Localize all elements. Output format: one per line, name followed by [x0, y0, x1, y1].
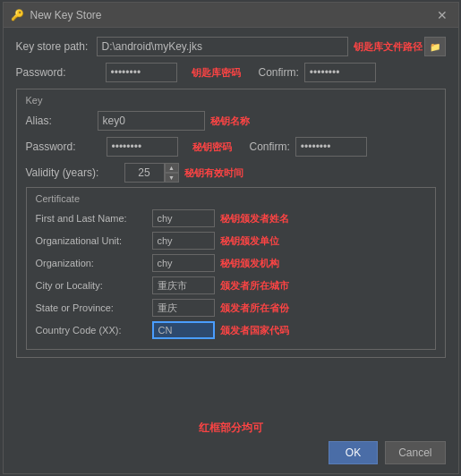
spinner-down[interactable]: ▼ [165, 173, 179, 183]
certificate-title: Certificate [36, 193, 426, 204]
cert-row-4: State or Province: 颁发者所在省份 [36, 299, 426, 317]
keystore-path-annotation: 钥匙库文件路径 [354, 40, 423, 54]
title-bar: 🔑 New Key Store ✕ [4, 3, 458, 28]
top-confirm-group: Confirm: [259, 63, 376, 82]
cert-row-0: First and Last Name: 秘钥颁发者姓名 [36, 209, 426, 227]
cert-label-5: Country Code (XX): [36, 325, 152, 336]
footer-annotation: 红框部分均可 [199, 421, 263, 436]
top-confirm-input[interactable] [304, 63, 376, 82]
keystore-path-row: Key store path: 钥匙库文件路径 📁 [16, 37, 446, 56]
certificate-section: Certificate First and Last Name: 秘钥颁发者姓名… [26, 187, 436, 350]
cert-input-country[interactable] [152, 321, 215, 339]
cert-row-2: Organization: 秘钥颁发机构 [36, 254, 426, 272]
dialog-title: New Key Store [30, 9, 433, 21]
close-button[interactable]: ✕ [433, 8, 451, 22]
cert-input-firstname[interactable] [152, 209, 215, 227]
key-icon: 🔑 [11, 8, 25, 22]
dialog-body: Key store path: 钥匙库文件路径 📁 Password: 钥匙库密… [4, 28, 458, 417]
cert-input-orgunit[interactable] [152, 232, 215, 250]
ok-button[interactable]: OK [329, 441, 378, 464]
cancel-button[interactable]: Cancel [385, 441, 445, 464]
key-section-title: Key [26, 95, 436, 106]
top-confirm-label: Confirm: [259, 66, 299, 79]
key-password-row: Password: 秘钥密码 Confirm: [26, 137, 436, 157]
new-key-store-dialog: 🔑 New Key Store ✕ Key store path: 钥匙库文件路… [3, 2, 459, 474]
cert-label-3: City or Locality: [36, 280, 152, 291]
cert-annotation-4: 颁发者所在省份 [220, 302, 289, 315]
alias-row: Alias: 秘钥名称 [26, 111, 436, 131]
cert-input-state[interactable] [152, 299, 215, 317]
cert-row-1: Organizational Unit: 秘钥颁发单位 [36, 232, 426, 250]
key-section: Key Alias: 秘钥名称 Password: 秘钥密码 Confirm: … [16, 89, 446, 358]
cert-row-3: City or Locality: 颁发者所在城市 [36, 276, 426, 294]
keystore-path-input[interactable] [97, 37, 348, 56]
cert-annotation-5: 颁发者国家代码 [220, 324, 289, 337]
cert-label-2: Organization: [36, 258, 152, 268]
top-password-row: Password: 钥匙库密码 Confirm: [16, 63, 446, 82]
cert-label-1: Organizational Unit: [36, 235, 152, 246]
cert-annotation-0: 秘钥颁发者姓名 [220, 212, 289, 225]
alias-input[interactable] [98, 111, 205, 131]
spinner-up[interactable]: ▲ [165, 163, 179, 173]
key-password-input[interactable] [107, 137, 178, 157]
top-password-input[interactable] [106, 63, 177, 82]
validity-row: Validity (years): ▲ ▼ 秘钥有效时间 [26, 163, 436, 183]
cert-annotation-3: 颁发者所在城市 [220, 279, 289, 293]
footer-buttons: OK Cancel [16, 441, 446, 464]
cert-row-5: Country Code (XX): 颁发者国家代码 [36, 321, 426, 339]
cert-label-0: First and Last Name: [36, 213, 152, 224]
cert-annotation-1: 秘钥颁发单位 [220, 234, 279, 248]
key-password-label: Password: [26, 140, 98, 153]
validity-input[interactable] [124, 163, 165, 183]
cert-label-4: State or Province: [36, 302, 152, 313]
key-confirm-label: Confirm: [250, 140, 290, 153]
key-confirm-input[interactable] [295, 137, 367, 157]
validity-spinner: ▲ ▼ [124, 163, 179, 183]
alias-annotation: 秘钥名称 [210, 115, 250, 128]
cert-input-city[interactable] [152, 276, 215, 294]
key-password-annotation: 秘钥密码 [192, 140, 232, 154]
cert-input-org[interactable] [152, 254, 215, 272]
validity-annotation: 秘钥有效时间 [184, 166, 243, 180]
top-password-label: Password: [16, 66, 97, 79]
alias-label: Alias: [26, 115, 98, 127]
spinner-arrows: ▲ ▼ [165, 163, 179, 183]
validity-label: Validity (years): [26, 166, 124, 179]
browse-button[interactable]: 📁 [424, 37, 446, 56]
top-password-annotation: 钥匙库密码 [192, 66, 241, 80]
dialog-footer: 红框部分均可 OK Cancel [4, 417, 458, 473]
key-confirm-group: Confirm: [250, 137, 367, 157]
keystore-path-label: Key store path: [16, 40, 97, 53]
cert-annotation-2: 秘钥颁发机构 [220, 257, 279, 270]
